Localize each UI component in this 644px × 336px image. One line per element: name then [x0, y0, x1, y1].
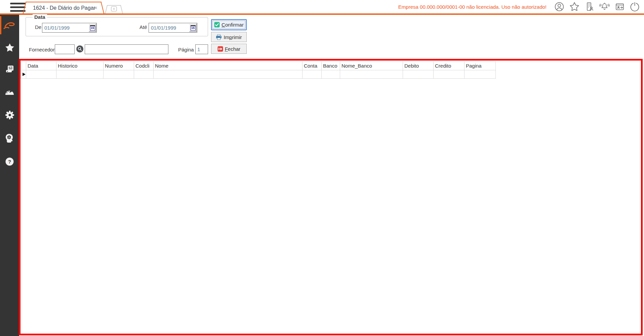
top-bar: 1624 - De Diário do Pagar × Empresa 00.0…: [0, 0, 644, 15]
table-cell[interactable]: [134, 70, 154, 79]
supplier-code-input[interactable]: [55, 44, 75, 54]
date-groupbox: Data De 15 Até 15: [26, 17, 208, 36]
printer-icon: [216, 34, 222, 40]
column-header-banco[interactable]: Banco: [322, 62, 340, 70]
notifications-bell-icon[interactable]: [599, 2, 610, 12]
table-cell[interactable]: [303, 70, 322, 79]
sidebar-settings-gear-icon[interactable]: [0, 110, 19, 120]
tab-close-icon[interactable]: ×: [94, 2, 97, 13]
date-from-field-wrap: 15: [42, 23, 97, 33]
column-header-data[interactable]: Data: [26, 62, 56, 70]
account-icon[interactable]: [554, 2, 564, 12]
column-header-historico[interactable]: Historico: [56, 62, 104, 70]
date-group-label: Data: [33, 14, 47, 20]
supplier-search-button[interactable]: [76, 45, 83, 52]
row-selector-header: [21, 62, 26, 70]
confirm-label: Confirmar: [222, 22, 244, 28]
table-header-row: Data Historico Numero Codcli Nome Conta …: [21, 62, 496, 70]
column-header-numero[interactable]: Numero: [104, 62, 134, 70]
plus-icon: [110, 6, 118, 13]
date-to-label: Até: [139, 24, 147, 30]
power-icon[interactable]: [630, 2, 640, 12]
tab-diario-do-pagar[interactable]: 1624 - De Diário do Pagar ×: [26, 2, 102, 13]
sidebar-help-icon[interactable]: ?: [0, 157, 19, 166]
brand-logo[interactable]: [0, 15, 19, 36]
column-header-credito[interactable]: Credito: [434, 62, 465, 70]
row-selector-cell: [21, 70, 26, 79]
column-header-nome-banco[interactable]: Nome_Banco: [340, 62, 403, 70]
results-table[interactable]: Data Historico Numero Codcli Nome Conta …: [21, 61, 496, 79]
sidebar-assistant-head-icon[interactable]: [0, 134, 19, 143]
print-label: Imprimir: [224, 34, 242, 40]
exit-icon: [217, 46, 223, 52]
page-label: Página: [178, 47, 194, 52]
top-bar-right: Empresa 00.000.000/0001-00 não licenciad…: [398, 0, 640, 13]
action-buttons: Confirmar Imprimir Fechar: [211, 19, 249, 54]
table-cell[interactable]: [340, 70, 403, 79]
svg-text:?: ?: [8, 159, 11, 164]
column-header-pagina[interactable]: Pagina: [465, 62, 496, 70]
sidebar-favorites-star-icon[interactable]: [0, 43, 19, 52]
new-tab-button[interactable]: [107, 5, 121, 13]
current-row-arrow-icon: [23, 73, 26, 76]
column-header-codcli[interactable]: Codcli: [134, 62, 154, 70]
results-area: Data Historico Numero Codcli Nome Conta …: [19, 59, 643, 335]
supplier-label: Fornecedor: [29, 47, 55, 52]
sidebar: ?: [0, 15, 19, 336]
close-label: Fechar: [225, 46, 241, 52]
license-warning-text: Empresa 00.000.000/0001-00 não licenciad…: [398, 4, 547, 10]
sign-out-icon[interactable]: [614, 2, 625, 12]
tab-title: 1624 - De Diário do Pagar: [33, 5, 95, 11]
company-building-icon[interactable]: [584, 2, 595, 12]
table-cell[interactable]: [322, 70, 340, 79]
page-input[interactable]: [195, 44, 208, 54]
table-cell[interactable]: [434, 70, 465, 79]
date-to-field-wrap: 15: [149, 23, 197, 33]
column-header-nome[interactable]: Nome: [154, 62, 303, 70]
table-cell[interactable]: [403, 70, 434, 79]
check-icon: [214, 22, 220, 28]
calendar-icon: 15: [191, 25, 196, 31]
table-cell[interactable]: [465, 70, 496, 79]
table-row[interactable]: [21, 70, 496, 79]
date-from-calendar-button[interactable]: 15: [89, 24, 96, 32]
table-cell[interactable]: [56, 70, 104, 79]
filter-panel: Data De 15 Até 15 Fornecedor Página: [19, 15, 644, 59]
close-button[interactable]: Fechar: [211, 44, 247, 54]
calendar-icon: 15: [90, 25, 95, 31]
print-button[interactable]: Imprimir: [211, 32, 247, 42]
column-header-conta[interactable]: Conta: [303, 62, 322, 70]
confirm-button[interactable]: Confirmar: [211, 19, 247, 30]
column-header-debito[interactable]: Debito: [403, 62, 434, 70]
sidebar-ledger-icon[interactable]: [0, 65, 19, 74]
date-to-calendar-button[interactable]: 15: [189, 24, 197, 32]
date-from-label: De: [35, 24, 41, 30]
table-cell[interactable]: [154, 70, 303, 79]
supplier-name-input[interactable]: [85, 44, 168, 54]
sidebar-dashboard-gauge-icon[interactable]: [0, 88, 19, 96]
table-cell[interactable]: [104, 70, 134, 79]
favorites-star-icon[interactable]: [569, 2, 579, 12]
table-cell[interactable]: [26, 70, 56, 79]
